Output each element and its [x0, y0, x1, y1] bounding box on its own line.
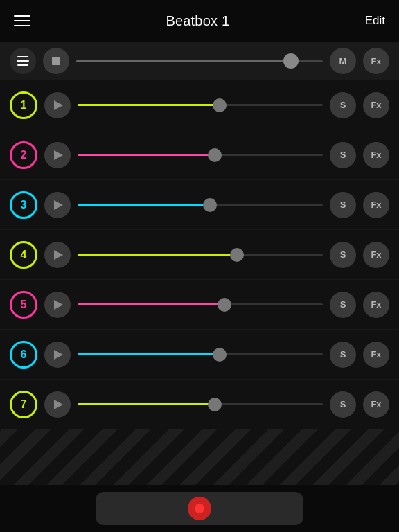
- fx-button-4[interactable]: Fx: [363, 242, 389, 268]
- play-button-7[interactable]: [44, 391, 71, 418]
- track-number-7[interactable]: 7: [10, 391, 37, 418]
- solo-button-4[interactable]: S: [330, 242, 356, 268]
- track-slider-track-1: [78, 104, 323, 106]
- play-icon-4: [54, 250, 63, 260]
- track-slider-thumb-6[interactable]: [213, 348, 227, 362]
- track-slider-1[interactable]: [78, 96, 323, 115]
- track-slider-fill-7: [78, 403, 215, 405]
- header: Beatbox 1 Edit: [0, 0, 399, 42]
- list-icon: [17, 56, 29, 66]
- track-slider-thumb-7[interactable]: [208, 398, 222, 411]
- record-icon: [195, 504, 204, 513]
- fx-button-2[interactable]: Fx: [363, 142, 389, 168]
- master-m-button[interactable]: M: [330, 48, 356, 74]
- play-button-2[interactable]: [44, 142, 71, 168]
- track-slider-track-4: [78, 254, 323, 256]
- track-slider-track-6: [78, 353, 323, 355]
- play-icon-2: [54, 150, 63, 160]
- master-slider-track: [76, 60, 323, 62]
- solo-button-7[interactable]: S: [330, 391, 356, 418]
- track-number-5[interactable]: 5: [10, 291, 37, 319]
- menu-button[interactable]: [14, 15, 30, 26]
- master-slider[interactable]: [76, 51, 323, 71]
- track-number-4[interactable]: 4: [10, 241, 37, 269]
- track-number-3[interactable]: 3: [10, 191, 37, 219]
- track-slider-thumb-4[interactable]: [230, 248, 244, 262]
- track-slider-6[interactable]: [78, 345, 323, 364]
- track-row-4: 4 S Fx: [0, 230, 399, 280]
- track-slider-track-2: [78, 154, 323, 156]
- play-icon-1: [54, 100, 63, 110]
- record-bar: [0, 485, 399, 532]
- record-button-container[interactable]: [96, 492, 303, 525]
- fx-button-1[interactable]: Fx: [363, 92, 389, 118]
- track-slider-fill-3: [78, 204, 210, 206]
- edit-button[interactable]: Edit: [365, 14, 385, 28]
- track-slider-thumb-3[interactable]: [203, 198, 217, 212]
- fx-button-6[interactable]: Fx: [363, 342, 389, 368]
- play-icon-5: [54, 300, 63, 310]
- track-row-7: 7 S Fx: [0, 380, 399, 429]
- track-slider-7[interactable]: [78, 395, 323, 414]
- track-number-2[interactable]: 2: [10, 141, 37, 169]
- play-button-5[interactable]: [44, 292, 71, 318]
- solo-button-1[interactable]: S: [330, 92, 356, 118]
- master-slider-thumb[interactable]: [283, 53, 299, 69]
- master-row: M Fx: [0, 42, 399, 80]
- solo-button-6[interactable]: S: [330, 342, 356, 368]
- track-row-1: 1 S Fx: [0, 80, 399, 130]
- page-title: Beatbox 1: [166, 13, 229, 29]
- track-slider-thumb-2[interactable]: [208, 148, 222, 162]
- track-slider-4[interactable]: [78, 245, 323, 265]
- track-slider-track-7: [78, 403, 323, 405]
- master-fx-button[interactable]: Fx: [363, 48, 389, 74]
- play-icon-6: [54, 350, 63, 360]
- stop-button[interactable]: [43, 48, 69, 74]
- track-slider-track-5: [78, 303, 323, 305]
- track-number-6[interactable]: 6: [10, 341, 37, 369]
- track-slider-2[interactable]: [78, 145, 323, 165]
- play-icon-7: [54, 400, 63, 409]
- track-slider-thumb-1[interactable]: [213, 98, 227, 112]
- play-icon-3: [54, 200, 63, 210]
- track-slider-5[interactable]: [78, 295, 323, 314]
- play-button-3[interactable]: [44, 192, 71, 218]
- track-number-1[interactable]: 1: [10, 91, 37, 119]
- solo-button-5[interactable]: S: [330, 292, 356, 318]
- fx-button-5[interactable]: Fx: [363, 292, 389, 318]
- solo-button-2[interactable]: S: [330, 142, 356, 168]
- track-slider-fill-6: [78, 353, 220, 355]
- track-slider-3[interactable]: [78, 195, 323, 215]
- track-slider-fill-2: [78, 154, 215, 156]
- fx-button-7[interactable]: Fx: [363, 391, 389, 418]
- track-slider-fill-1: [78, 104, 220, 106]
- play-button-6[interactable]: [44, 342, 71, 368]
- track-slider-track-3: [78, 204, 323, 206]
- tracks-container: 1 S Fx 2 S: [0, 80, 399, 429]
- play-button-1[interactable]: [44, 92, 71, 118]
- stop-icon: [52, 57, 60, 65]
- track-row-6: 6 S Fx: [0, 330, 399, 380]
- solo-button-3[interactable]: S: [330, 192, 356, 218]
- track-slider-thumb-5[interactable]: [218, 298, 231, 312]
- track-row-2: 2 S Fx: [0, 130, 399, 180]
- track-row-3: 3 S Fx: [0, 180, 399, 230]
- master-slider-fill: [76, 60, 291, 62]
- fx-button-3[interactable]: Fx: [363, 192, 389, 218]
- record-button[interactable]: [188, 497, 211, 520]
- track-slider-fill-5: [78, 303, 224, 305]
- list-button[interactable]: [10, 48, 36, 74]
- play-button-4[interactable]: [44, 242, 71, 268]
- track-row-5: 5 S Fx: [0, 280, 399, 330]
- track-slider-fill-4: [78, 254, 237, 256]
